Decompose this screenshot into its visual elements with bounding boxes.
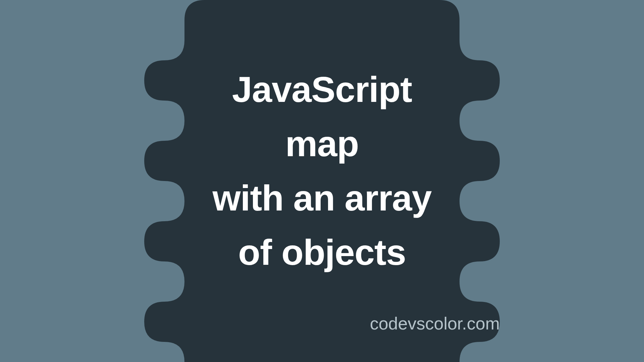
title-line-1: JavaScript (232, 69, 412, 110)
main-title: JavaScript map with an array of objects (212, 62, 431, 280)
content-area: JavaScript map with an array of objects (0, 0, 644, 362)
title-line-4: of objects (238, 232, 406, 273)
footer-attribution: codevscolor.com (370, 313, 500, 334)
title-line-3: with an array (212, 178, 431, 218)
title-line-2: map (285, 123, 359, 164)
